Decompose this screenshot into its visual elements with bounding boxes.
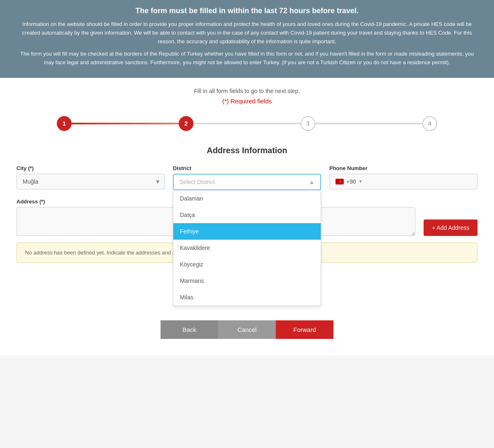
city-group: City (*) Muğla ▼ xyxy=(16,165,165,189)
header-title: The form must be filled in within the la… xyxy=(16,7,478,15)
step-indicator: 1 2 3 4 xyxy=(16,116,478,131)
main-content: Fill in all form fields to go to the nex… xyxy=(0,78,494,355)
phone-code: +90 xyxy=(346,178,356,185)
turkey-flag-icon xyxy=(336,179,344,184)
phone-group: Phone Number +90 ▼ xyxy=(329,165,478,189)
city-select[interactable]: Muğla xyxy=(16,174,165,189)
district-group: District Select District ▲ Dalaman Datça… xyxy=(173,165,321,190)
form-subtitle: Fill in all form fields to go to the nex… xyxy=(16,88,478,94)
district-option-datca[interactable]: Datça xyxy=(173,207,321,223)
step-2-circle: 2 xyxy=(179,116,193,131)
section-title: Address Information xyxy=(16,146,478,155)
step-1-circle: 1 xyxy=(57,116,72,131)
step-line-2-3 xyxy=(193,123,301,124)
header-paragraph2: The form you will fill may be checked at… xyxy=(16,50,478,67)
district-option-kavaklidere[interactable]: Kavaklidere xyxy=(173,240,321,256)
header-paragraph1: Information on the website should be fil… xyxy=(16,20,478,46)
step-line-1-2 xyxy=(72,123,179,124)
phone-wrapper: +90 ▼ xyxy=(329,174,478,189)
step-1-wrapper: 1 xyxy=(57,116,72,131)
add-address-button[interactable]: + Add Address xyxy=(424,219,478,236)
step-3-wrapper: 3 xyxy=(301,116,315,131)
city-district-phone-row: City (*) Muğla ▼ District Select Distric… xyxy=(16,165,478,190)
city-label: City (*) xyxy=(16,165,165,171)
district-dropdown-menu: Dalaman Datça Fethiye Kavaklidere Köyceg… xyxy=(173,190,321,306)
bottom-buttons: Back Cancel Forward xyxy=(16,320,478,339)
district-placeholder: Select District xyxy=(179,179,215,185)
header-banner: The form must be filled in within the la… xyxy=(0,0,494,78)
step-2-wrapper: 2 xyxy=(179,116,193,131)
required-notice: (*) Required fields xyxy=(16,98,478,105)
step-3-circle: 3 xyxy=(301,116,315,131)
district-chevron-icon: ▲ xyxy=(309,179,315,185)
step-line-3-4 xyxy=(315,123,422,124)
phone-code-chevron-icon[interactable]: ▼ xyxy=(359,179,363,184)
city-select-wrapper: Muğla ▼ xyxy=(16,174,165,189)
district-option-fethiye[interactable]: Fethiye xyxy=(173,223,321,240)
back-button[interactable]: Back xyxy=(161,320,218,339)
forward-button[interactable]: Forward xyxy=(276,320,333,339)
phone-label: Phone Number xyxy=(329,165,478,171)
step-4-circle: 4 xyxy=(422,116,437,131)
district-dropdown-trigger[interactable]: Select District ▲ xyxy=(173,174,321,190)
district-option-dalaman[interactable]: Dalaman xyxy=(173,190,321,207)
district-option-koycegiz[interactable]: Köycegiz xyxy=(173,256,321,273)
district-option-marmaris[interactable]: Marmaris xyxy=(173,273,321,289)
step-4-wrapper: 4 xyxy=(422,116,437,131)
district-label: District xyxy=(173,165,321,171)
cancel-button[interactable]: Cancel xyxy=(218,320,276,339)
district-option-milas[interactable]: Milas xyxy=(173,289,321,306)
